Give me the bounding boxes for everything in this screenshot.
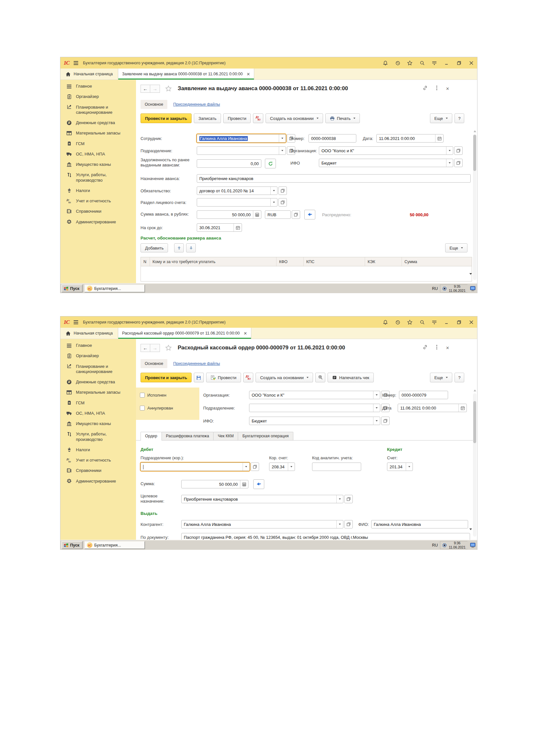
favorite-star-icon[interactable] bbox=[165, 85, 172, 92]
dropdown-icon[interactable] bbox=[288, 463, 294, 471]
minimize-button[interactable] bbox=[444, 60, 449, 66]
ls-section-field[interactable] bbox=[197, 198, 277, 206]
link-icon[interactable] bbox=[422, 85, 428, 92]
post-and-close-button[interactable]: Провести и закрыть bbox=[140, 114, 191, 123]
taskbar-app-button[interactable]: 1СБухгалтерия... bbox=[84, 541, 145, 549]
more-button[interactable]: Еще bbox=[430, 373, 452, 382]
dropdown-icon[interactable] bbox=[446, 147, 453, 154]
dropdown-icon[interactable] bbox=[373, 391, 380, 399]
scroll-caret[interactable] bbox=[470, 528, 472, 530]
move-down-button[interactable] bbox=[186, 243, 196, 253]
open-icon[interactable] bbox=[278, 186, 287, 195]
date-field[interactable]: 11.06.2021 0:00:00 bbox=[376, 134, 444, 143]
forward-button[interactable]: → bbox=[150, 85, 160, 93]
sidebar-item-administration[interactable]: Администрирование bbox=[61, 217, 136, 227]
sidebar-item-treasury[interactable]: Имущество казны bbox=[61, 418, 136, 429]
sidebar-item-organizer[interactable]: Органайзер bbox=[61, 351, 136, 361]
star-icon[interactable] bbox=[407, 60, 413, 66]
favorite-star-icon[interactable] bbox=[165, 344, 172, 351]
help-button[interactable]: ? bbox=[454, 373, 464, 382]
ifo-field[interactable]: Бюджет bbox=[249, 417, 380, 425]
form-close-icon[interactable]: ✕ bbox=[446, 86, 449, 91]
history-icon[interactable] bbox=[395, 60, 400, 66]
more-dots-icon[interactable] bbox=[436, 85, 437, 92]
cor-account-field[interactable]: 208.34 bbox=[269, 463, 295, 471]
sidebar-item-services[interactable]: Услуги, работы, производство bbox=[61, 429, 136, 445]
open-icon[interactable] bbox=[278, 198, 287, 206]
sidebar-item-treasury[interactable]: Имущество казны bbox=[61, 159, 136, 170]
tab-main[interactable]: Основное bbox=[140, 100, 167, 109]
sidebar-item-organizer[interactable]: Органайзер bbox=[61, 92, 136, 102]
swap-amount-button[interactable] bbox=[253, 479, 264, 489]
annulled-checkbox[interactable] bbox=[140, 406, 145, 411]
sidebar-item-services[interactable]: Услуги, работы, производство bbox=[61, 170, 136, 185]
target-purpose-field[interactable]: Приобретение канцтоваров bbox=[181, 495, 343, 503]
vertical-scrollbar[interactable] bbox=[473, 393, 476, 536]
sidebar-item-taxes[interactable]: Налоги bbox=[61, 445, 136, 455]
document-tab[interactable]: Заявление на выдачу аванса 0000-000038 о… bbox=[118, 68, 254, 79]
dropdown-icon[interactable] bbox=[279, 147, 286, 154]
form-close-icon[interactable]: ✕ bbox=[446, 345, 449, 350]
add-row-button[interactable]: Добавить bbox=[140, 243, 168, 253]
sidebar-item-main[interactable]: Главное bbox=[61, 340, 136, 351]
analytic-field[interactable] bbox=[312, 463, 361, 471]
table-scroll-caret[interactable] bbox=[470, 273, 472, 275]
tab-order[interactable]: Ордер bbox=[140, 432, 162, 441]
ifo-field[interactable]: Бюджет bbox=[319, 159, 453, 167]
calculator-icon[interactable] bbox=[240, 480, 248, 488]
col-kps[interactable]: КПС bbox=[304, 257, 365, 266]
tab-attached-files[interactable]: Присоединенные файлы bbox=[173, 361, 220, 366]
language-indicator[interactable]: RU bbox=[432, 286, 438, 291]
start-button[interactable]: Пуск bbox=[62, 541, 83, 549]
calculator-icon[interactable] bbox=[253, 211, 261, 219]
open-icon[interactable] bbox=[344, 495, 353, 503]
number-field[interactable]: 0000-000038 bbox=[309, 134, 356, 143]
swap-amount-button[interactable] bbox=[304, 210, 315, 220]
dropdown-icon[interactable] bbox=[270, 187, 277, 195]
counterparty-field[interactable]: Галкина Алла Ивановна bbox=[181, 520, 343, 528]
date-field[interactable]: 11.06.2021 0:00:00 bbox=[398, 404, 467, 412]
save-icon-button[interactable] bbox=[194, 373, 204, 382]
open-icon[interactable] bbox=[454, 147, 463, 155]
number-field[interactable]: 0000-000079 bbox=[399, 391, 448, 399]
sidebar-item-fuel[interactable]: ГСМ bbox=[61, 398, 136, 408]
link-icon[interactable] bbox=[422, 344, 428, 351]
close-button[interactable] bbox=[469, 60, 474, 66]
show-desktop-icon[interactable] bbox=[470, 542, 476, 548]
history-icon[interactable] bbox=[395, 319, 400, 325]
col-sum[interactable]: Сумма bbox=[402, 257, 472, 266]
language-indicator[interactable]: RU bbox=[432, 543, 438, 548]
debt-field[interactable]: 0,00 bbox=[197, 159, 261, 168]
dropdown-icon[interactable] bbox=[242, 463, 249, 471]
refresh-button[interactable] bbox=[265, 159, 276, 168]
fio-field[interactable]: Галкина Алла Ивановна bbox=[371, 520, 468, 528]
dropdown-icon[interactable] bbox=[373, 404, 380, 412]
tab-main[interactable]: Основное bbox=[140, 359, 167, 368]
bell-icon[interactable] bbox=[383, 60, 388, 66]
sidebar-item-accounting[interactable]: ДтКтУчет и отчетность bbox=[61, 196, 136, 206]
tab-attached-files[interactable]: Присоединенные файлы bbox=[173, 102, 220, 107]
obligation-field[interactable]: договор от 01.01.2020 № 14 bbox=[197, 186, 277, 195]
sidebar-item-money[interactable]: ₽Денежные средства bbox=[61, 118, 136, 128]
open-icon[interactable] bbox=[344, 520, 353, 528]
open-icon[interactable] bbox=[381, 417, 390, 425]
organization-field[interactable]: ООО "Колос и К" bbox=[319, 147, 453, 155]
preview-button[interactable] bbox=[315, 373, 325, 382]
search-icon[interactable] bbox=[419, 60, 425, 66]
main-menu-icon[interactable] bbox=[73, 320, 79, 325]
executed-checkbox[interactable] bbox=[140, 393, 145, 397]
move-up-button[interactable] bbox=[174, 243, 184, 253]
department-field[interactable] bbox=[249, 404, 380, 412]
tab-accounting-operation[interactable]: Бухгалтерская операция bbox=[238, 432, 293, 440]
back-button[interactable]: ← bbox=[140, 344, 150, 352]
employee-field[interactable]: Галкина Алла Ивановна bbox=[197, 134, 286, 143]
post-button[interactable]: Провести bbox=[223, 114, 251, 123]
open-icon[interactable] bbox=[251, 463, 259, 471]
dtkt-button[interactable]: ДтКт bbox=[253, 114, 263, 123]
print-check-button[interactable]: Напечатать чек bbox=[328, 373, 374, 382]
tab-kkm-check[interactable]: Чек ККМ bbox=[213, 432, 238, 440]
start-button[interactable]: Пуск bbox=[62, 284, 83, 292]
home-tab[interactable]: Начальная страница bbox=[61, 328, 118, 339]
organization-field[interactable]: ООО "Колос и К" bbox=[249, 391, 380, 399]
service-menu-icon[interactable] bbox=[432, 60, 437, 66]
